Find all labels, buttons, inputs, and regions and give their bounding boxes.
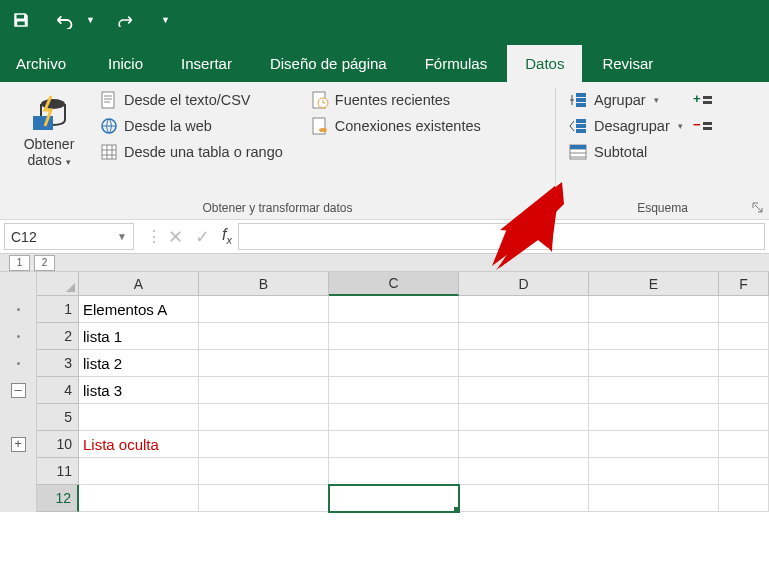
cell[interactable] xyxy=(79,458,199,485)
enter-icon[interactable]: ✓ xyxy=(195,226,210,248)
cell[interactable]: lista 3 xyxy=(79,377,199,404)
column-header[interactable]: C xyxy=(329,272,459,296)
cell[interactable] xyxy=(589,296,719,323)
row-header[interactable]: 5 xyxy=(37,404,79,431)
row-header[interactable]: 12 xyxy=(37,485,79,512)
cell[interactable] xyxy=(329,296,459,323)
cell[interactable] xyxy=(199,431,329,458)
cell[interactable] xyxy=(79,485,199,512)
subtotal-button[interactable]: Subtotal xyxy=(566,142,685,162)
recent-sources-button[interactable]: Fuentes recientes xyxy=(309,90,483,110)
group-button[interactable]: Agrupar ▾ xyxy=(566,90,685,110)
outline-level-2[interactable]: 2 xyxy=(34,255,55,271)
from-text-csv-button[interactable]: Desde el texto/CSV xyxy=(98,90,285,110)
row-header[interactable]: 4 xyxy=(37,377,79,404)
tab-page-layout[interactable]: Diseño de página xyxy=(252,45,405,82)
column-header[interactable]: B xyxy=(199,272,329,295)
connections-icon xyxy=(311,117,329,135)
show-detail-button[interactable]: + xyxy=(693,92,713,110)
outline-collapse-button[interactable]: – xyxy=(11,383,26,398)
from-table-button[interactable]: Desde una tabla o rango xyxy=(98,142,285,162)
tab-formulas[interactable]: Fórmulas xyxy=(407,45,506,82)
cell[interactable] xyxy=(199,458,329,485)
get-data-button[interactable]: Obtener datos ▾ xyxy=(10,88,88,217)
cell[interactable] xyxy=(719,296,769,323)
fx-icon[interactable]: fx xyxy=(222,226,232,246)
hide-detail-button[interactable]: − xyxy=(693,118,713,136)
chevron-down-icon[interactable]: ▼ xyxy=(117,231,127,242)
select-all-triangle[interactable] xyxy=(37,272,79,295)
qat-customize-icon[interactable]: ▼ xyxy=(161,15,170,25)
cell[interactable] xyxy=(719,323,769,350)
tab-data[interactable]: Datos xyxy=(507,45,582,82)
row-header[interactable]: 3 xyxy=(37,350,79,377)
cell[interactable] xyxy=(589,485,719,512)
cell[interactable] xyxy=(589,323,719,350)
cell[interactable] xyxy=(329,431,459,458)
cell[interactable] xyxy=(199,350,329,377)
cell[interactable] xyxy=(199,404,329,431)
cell[interactable] xyxy=(199,377,329,404)
row-header[interactable]: 11 xyxy=(37,458,79,485)
cell[interactable] xyxy=(459,485,589,512)
cell[interactable] xyxy=(79,404,199,431)
cell[interactable]: lista 1 xyxy=(79,323,199,350)
cell[interactable] xyxy=(589,458,719,485)
cell[interactable] xyxy=(589,377,719,404)
row-header[interactable]: 10 xyxy=(37,431,79,458)
cell[interactable] xyxy=(329,458,459,485)
tab-file[interactable]: Archivo xyxy=(6,45,88,82)
redo-icon[interactable] xyxy=(115,13,135,27)
tab-home[interactable]: Inicio xyxy=(90,45,161,82)
cell[interactable] xyxy=(459,296,589,323)
column-header[interactable]: F xyxy=(719,272,769,295)
cell[interactable] xyxy=(719,458,769,485)
cell[interactable] xyxy=(589,350,719,377)
cell[interactable] xyxy=(329,485,459,512)
cell[interactable] xyxy=(459,323,589,350)
cell[interactable] xyxy=(329,350,459,377)
cell[interactable] xyxy=(719,431,769,458)
name-box[interactable]: C12 ▼ xyxy=(4,223,134,250)
outline-expand-button[interactable]: + xyxy=(11,437,26,452)
cell[interactable] xyxy=(199,323,329,350)
cell[interactable] xyxy=(459,377,589,404)
cell[interactable] xyxy=(199,485,329,512)
outline-level-1[interactable]: 1 xyxy=(9,255,30,271)
cell[interactable] xyxy=(589,404,719,431)
tab-review[interactable]: Revisar xyxy=(584,45,671,82)
cell[interactable] xyxy=(329,404,459,431)
cancel-icon[interactable]: ✕ xyxy=(168,226,183,248)
cell[interactable]: lista 2 xyxy=(79,350,199,377)
cell[interactable] xyxy=(329,377,459,404)
cell[interactable]: Lista oculta xyxy=(79,431,199,458)
column-header[interactable]: E xyxy=(589,272,719,295)
grid[interactable]: A B C D E F 1Elementos A2lista 13lista 2… xyxy=(37,272,769,512)
cell[interactable]: Elementos A xyxy=(79,296,199,323)
undo-icon[interactable] xyxy=(54,11,76,29)
cell[interactable] xyxy=(459,404,589,431)
cell[interactable] xyxy=(589,431,719,458)
row-header[interactable]: 2 xyxy=(37,323,79,350)
cell[interactable] xyxy=(329,323,459,350)
column-header[interactable]: D xyxy=(459,272,589,295)
cell[interactable] xyxy=(459,458,589,485)
formula-input[interactable] xyxy=(238,223,765,250)
cell[interactable] xyxy=(459,431,589,458)
save-icon[interactable] xyxy=(12,11,30,29)
cell[interactable] xyxy=(719,377,769,404)
column-header[interactable]: A xyxy=(79,272,199,295)
cell[interactable] xyxy=(719,485,769,512)
cell[interactable] xyxy=(719,404,769,431)
existing-connections-button[interactable]: Conexiones existentes xyxy=(309,116,483,136)
tab-insert[interactable]: Insertar xyxy=(163,45,250,82)
row-header[interactable]: 1 xyxy=(37,296,79,323)
subtotal-label: Subtotal xyxy=(594,144,647,160)
from-web-button[interactable]: Desde la web xyxy=(98,116,285,136)
cell[interactable] xyxy=(459,350,589,377)
dialog-launcher-icon[interactable] xyxy=(751,201,765,215)
ungroup-button[interactable]: Desagrupar ▾ xyxy=(566,116,685,136)
undo-dropdown-icon[interactable]: ▼ xyxy=(86,15,95,25)
cell[interactable] xyxy=(719,350,769,377)
cell[interactable] xyxy=(199,296,329,323)
